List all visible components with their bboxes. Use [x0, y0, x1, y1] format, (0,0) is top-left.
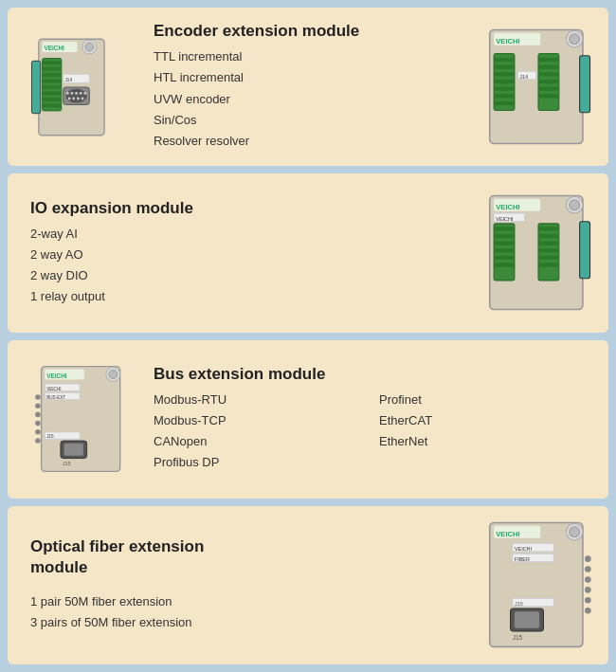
- svg-point-20: [80, 92, 82, 95]
- svg-point-81: [35, 421, 41, 427]
- svg-point-102: [585, 597, 591, 604]
- svg-rect-37: [494, 72, 515, 76]
- svg-point-19: [75, 92, 78, 95]
- svg-rect-64: [494, 256, 515, 260]
- svg-text:VEICHI: VEICHI: [46, 372, 67, 379]
- card-optical-features: 1 pair 50M fiber extension 3 pairs of 50…: [30, 591, 472, 633]
- svg-text:VEICHI: VEICHI: [496, 216, 514, 222]
- svg-point-77: [109, 370, 118, 378]
- svg-rect-61: [494, 234, 515, 238]
- card-bus: VEICHI VEICHI BUS-EXT J15 J15 Bus: [8, 340, 608, 499]
- card-io-features: 2-way AI 2 way AO 2 way DIO 1 relay outp…: [30, 224, 472, 307]
- svg-point-101: [585, 588, 591, 594]
- card-optical-title: Optical fiber extension module: [30, 536, 220, 578]
- svg-point-78: [35, 394, 41, 400]
- svg-rect-69: [538, 242, 559, 245]
- feature-item: [379, 452, 595, 473]
- card-bus-content: Bus extension module Modbus-RTU Profinet…: [154, 365, 595, 473]
- svg-text:VEICHI: VEICHI: [496, 203, 519, 211]
- feature-item: 2 way AO: [30, 245, 472, 265]
- feature-item: Profinet: [379, 390, 595, 410]
- feature-item: Modbus-RTU: [154, 390, 370, 410]
- svg-text:VEICHI: VEICHI: [515, 546, 533, 552]
- feature-item: 3 pairs of 50M fiber extension: [30, 612, 472, 633]
- card-optical-content: Optical fiber extension module 1 pair 50…: [21, 536, 472, 633]
- card-bus-title: Bus extension module: [154, 365, 595, 384]
- feature-item: 2-way AI: [30, 224, 472, 245]
- svg-text:J15: J15: [46, 434, 54, 439]
- svg-rect-68: [538, 234, 559, 238]
- feature-item: CANopen: [154, 431, 370, 452]
- card-io-title: IO expansion module: [30, 199, 472, 218]
- card-io-content: IO expansion module 2-way AI 2 way AO 2 …: [21, 199, 472, 307]
- svg-point-97: [570, 527, 580, 537]
- svg-rect-7: [43, 61, 62, 64]
- svg-point-21: [83, 92, 86, 95]
- svg-rect-43: [538, 58, 559, 62]
- svg-point-98: [585, 556, 591, 563]
- svg-rect-5: [31, 61, 40, 113]
- svg-point-55: [570, 200, 580, 210]
- svg-point-83: [35, 438, 41, 444]
- svg-rect-72: [538, 263, 559, 267]
- svg-rect-67: [538, 227, 559, 231]
- svg-rect-13: [43, 98, 62, 101]
- svg-rect-60: [494, 227, 515, 231]
- svg-point-79: [35, 404, 41, 409]
- svg-point-16: [65, 88, 86, 102]
- svg-rect-47: [538, 87, 559, 91]
- feature-item: 1 relay output: [30, 286, 472, 307]
- svg-point-100: [585, 577, 591, 584]
- svg-rect-6: [43, 58, 62, 110]
- card-encoder-title: Encoder extension module: [154, 22, 472, 41]
- svg-point-22: [68, 97, 71, 100]
- svg-point-82: [35, 429, 41, 435]
- svg-point-103: [585, 608, 591, 614]
- svg-point-25: [82, 97, 84, 100]
- svg-point-32: [570, 34, 580, 45]
- feature-item: 1 pair 50M fiber extension: [30, 591, 472, 612]
- svg-text:J14: J14: [519, 74, 528, 80]
- svg-text:VEICHI: VEICHI: [496, 37, 519, 45]
- svg-rect-44: [538, 65, 559, 69]
- feature-item: EtherNet: [379, 431, 595, 452]
- svg-point-24: [77, 97, 80, 100]
- svg-rect-35: [494, 58, 515, 62]
- feature-item: Sin/Cos: [154, 110, 472, 131]
- svg-rect-63: [494, 249, 515, 253]
- svg-rect-40: [494, 94, 515, 98]
- svg-text:VEICHI: VEICHI: [44, 45, 64, 51]
- svg-point-17: [66, 92, 69, 95]
- svg-text:VEICHI: VEICHI: [496, 530, 519, 538]
- feature-item: 2 way DIO: [30, 265, 472, 286]
- svg-point-18: [71, 92, 74, 95]
- svg-rect-62: [494, 242, 515, 245]
- svg-text:J15: J15: [63, 461, 71, 466]
- card-bus-features: Modbus-RTU Profinet Modbus-TCP EtherCAT …: [154, 390, 595, 473]
- svg-rect-56: [580, 222, 590, 279]
- svg-rect-33: [580, 56, 590, 113]
- svg-text:J15: J15: [515, 601, 523, 607]
- device-bus-left: VEICHI VEICHI BUS-EXT J15 J15: [21, 350, 144, 489]
- svg-rect-11: [43, 85, 62, 89]
- card-encoder-features: TTL incremental HTL incremental UVW enco…: [154, 46, 472, 151]
- svg-rect-109: [515, 612, 539, 628]
- svg-rect-46: [538, 80, 559, 83]
- svg-rect-9: [43, 73, 62, 77]
- svg-text:BUS-EXT: BUS-EXT: [46, 395, 65, 400]
- feature-item: UVW encoder: [154, 89, 472, 110]
- feature-item: TTL incremental: [154, 46, 472, 67]
- device-encoder-left: VEICHI: [21, 17, 144, 156]
- feature-item: Modbus-TCP: [154, 410, 370, 431]
- svg-rect-10: [43, 79, 62, 82]
- card-io: IO expansion module 2-way AI 2 way AO 2 …: [8, 173, 608, 332]
- device-optical-right: VEICHI VEICHI FIBER J15 J15: [481, 518, 595, 652]
- svg-rect-14: [43, 103, 62, 107]
- svg-rect-65: [494, 263, 515, 267]
- svg-rect-48: [538, 94, 559, 98]
- feature-item: EtherCAT: [379, 410, 595, 431]
- svg-text:VEICHI: VEICHI: [46, 387, 61, 391]
- svg-text:J15: J15: [513, 634, 523, 641]
- svg-rect-12: [43, 91, 62, 95]
- svg-point-99: [585, 567, 591, 573]
